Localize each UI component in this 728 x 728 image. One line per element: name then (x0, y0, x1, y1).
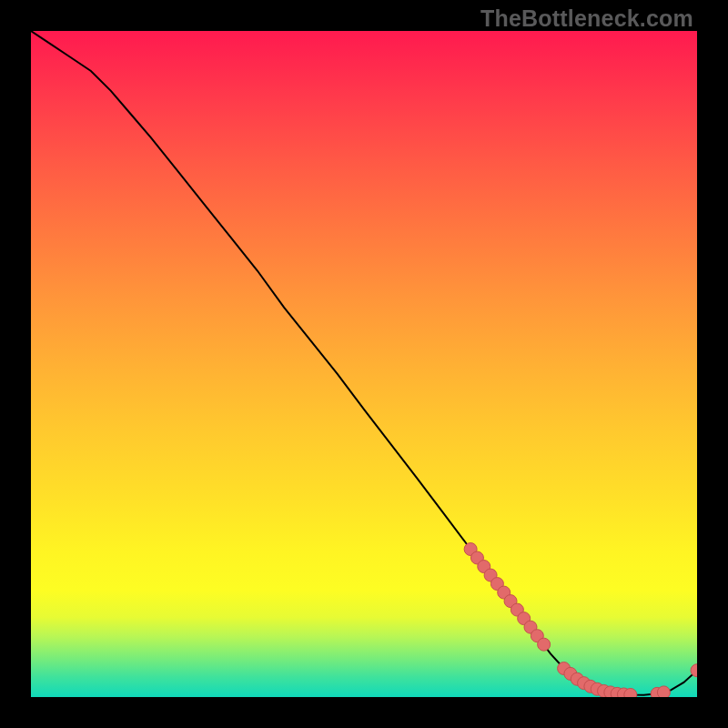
data-point (657, 686, 670, 697)
watermark-text: TheBottleneck.com (480, 5, 693, 32)
series-markers (464, 543, 697, 698)
chart-stage: TheBottleneck.com (0, 0, 728, 728)
data-point (624, 688, 637, 697)
data-point (538, 638, 551, 651)
series-curve (31, 31, 697, 695)
plot-area (31, 31, 697, 697)
chart-overlay (31, 31, 697, 697)
